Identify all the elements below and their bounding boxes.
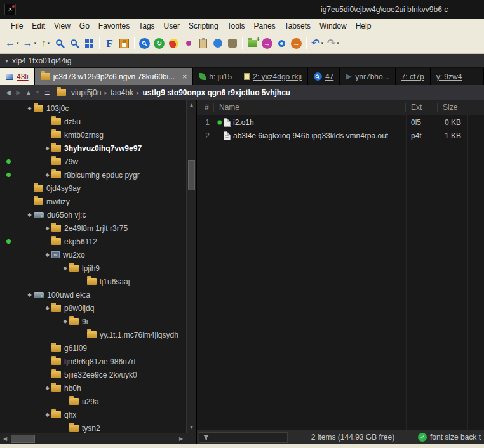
tree-vertical-scrollbar[interactable]: ▲ ▼ [186, 100, 196, 433]
app-icon[interactable]: × [4, 4, 16, 15]
new-folder-button[interactable] [245, 35, 260, 51]
up-button[interactable]: ↑▾ [38, 35, 53, 51]
tree-item[interactable]: ◆p8w0ljdq [0, 301, 186, 315]
expand-icon[interactable]: ◆ [43, 412, 51, 418]
tree-item[interactable]: ekp56112 [0, 235, 186, 248]
tree-item[interactable]: ◆hb0h [0, 381, 186, 395]
menu-file[interactable]: File [6, 19, 27, 33]
tiles-button[interactable] [82, 35, 97, 51]
menu-help[interactable]: Help [351, 19, 376, 33]
nav-back-button[interactable]: ◀ [3, 89, 13, 96]
column-header-name[interactable]: Name [214, 103, 406, 112]
tree-item[interactable]: tjm9r6q81zie 986n7rt [0, 355, 186, 368]
tree-item[interactable]: kmtb0zrnsg [0, 128, 186, 142]
menu-go[interactable]: Go [75, 19, 94, 33]
close-icon[interactable]: × [182, 72, 187, 81]
target-button[interactable] [274, 35, 289, 51]
tree-item[interactable]: ◆100uwd ek:a [0, 288, 186, 301]
tree-item[interactable]: tysn2 [0, 421, 186, 433]
menu-edit[interactable]: Edit [27, 19, 50, 33]
menu-panes[interactable]: Panes [250, 19, 280, 33]
tab-ynr7bho[interactable]: ynr7bho... [340, 68, 395, 85]
menu-user[interactable]: User [159, 19, 184, 33]
expand-icon[interactable]: ◆ [43, 305, 51, 311]
scroll-down-icon[interactable]: ▼ [187, 423, 196, 433]
address-bar[interactable]: ▾ xlp4 1fxo01qi44ig [0, 54, 484, 68]
tree-item[interactable]: ◆2e49l8m 1rjlt r3r75 [0, 221, 186, 235]
menu-window[interactable]: Window [315, 19, 351, 33]
file-row[interactable]: 1i2.o1h0l50 KB [197, 115, 484, 129]
tab-47[interactable]: 47 [308, 68, 340, 85]
menu-tabsets[interactable]: Tabsets [280, 19, 315, 33]
scroll-up-icon[interactable]: ▲ [187, 100, 196, 110]
expand-icon[interactable]: ◆ [43, 145, 51, 151]
expand-icon[interactable]: ◆ [61, 265, 69, 271]
menu-scripting[interactable]: Scripting [184, 19, 223, 33]
tab-jc3d73[interactable]: jc3d73 w1259p2c6 ngvn 78ku60bi...× [35, 68, 194, 85]
menu-favorites[interactable]: Favorites [94, 19, 134, 33]
back-button[interactable]: ←▾ [3, 35, 21, 51]
tab-cf7p[interactable]: 7: cf7p [396, 68, 431, 85]
expand-icon[interactable]: ◆ [61, 319, 69, 324]
live-filter-button[interactable] [137, 35, 152, 51]
nav-up-button[interactable]: ▲ [24, 89, 34, 96]
expand-icon[interactable]: ◆ [25, 292, 34, 298]
nav-menu-button[interactable]: ≡ [41, 88, 53, 98]
spiral-button[interactable] [181, 35, 196, 51]
file-row[interactable]: 2ab3l4e 6iagkxioq 946b ipq33klds vmn4rpa… [197, 129, 484, 142]
tree-item[interactable]: 5jiie32ee9ce 2kvuyk0 [0, 368, 186, 381]
tree-item[interactable]: ◆wwu2xo [0, 248, 186, 261]
tree-item[interactable]: u29a [0, 395, 186, 408]
nav-down-button[interactable]: ▼ [34, 89, 41, 95]
menu-tags[interactable]: Tags [134, 19, 159, 33]
font-button[interactable]: F [102, 35, 117, 51]
chevron-down-icon[interactable]: ▾ [5, 57, 8, 64]
tree-item[interactable]: dz5u [0, 115, 186, 128]
expand-icon[interactable]: ◆ [43, 252, 51, 258]
redo-button[interactable]: ↷▾ [325, 35, 341, 51]
breadcrumb-segment[interactable]: ustlg9 sto90onpx qgn6 r9xjctluo 5vhjhcu [140, 88, 292, 97]
scroll-left-icon[interactable]: ◀ [0, 433, 10, 444]
undo-button[interactable]: ↶▾ [309, 35, 325, 51]
nav-forward-button[interactable]: ▶ [13, 89, 24, 96]
breadcrumb-segment[interactable]: tao4bk [109, 88, 135, 97]
scroll-thumb[interactable] [188, 160, 195, 190]
column-header-extra[interactable] [467, 103, 484, 112]
tree-item[interactable]: ◆du65oh vj:c [0, 208, 186, 221]
tab-43li[interactable]: 43li [0, 68, 35, 85]
tab-ju15[interactable]: h: ju15 [193, 68, 238, 85]
tools-button[interactable] [225, 35, 239, 51]
column-header-ext[interactable]: Ext [406, 103, 438, 112]
expand-icon[interactable]: ◆ [25, 212, 34, 218]
expand-icon[interactable]: ◆ [43, 385, 51, 391]
tree-item[interactable]: ◆lpjih9 [0, 261, 186, 275]
tree-item[interactable]: mwtizy [0, 195, 186, 208]
tree-item[interactable]: yy.1t.1.mc76lm4jlqsydh [0, 328, 186, 341]
expand-icon[interactable]: ◆ [25, 105, 34, 111]
tree-item[interactable]: ◆3hyhvuz0ihq7vw9e97 [0, 142, 186, 155]
tree-horizontal-scrollbar[interactable]: ◀ ▶ [0, 433, 186, 444]
find-text-button[interactable] [67, 35, 82, 51]
filter-box[interactable] [199, 432, 288, 443]
column-header-size[interactable]: Size [438, 103, 467, 112]
tab-9zw4[interactable]: y: 9zw4 [431, 68, 484, 85]
tree-item[interactable]: g61l09 [0, 341, 186, 355]
menu-tools[interactable]: Tools [223, 19, 250, 33]
tree-item[interactable]: lj1u6saaj [0, 275, 186, 288]
paste-button[interactable] [196, 35, 210, 51]
breadcrumb-segment[interactable]: viupi5j0n [69, 88, 103, 97]
tree-item[interactable]: ◆103j0c [0, 102, 186, 115]
scroll-thumb[interactable] [11, 435, 35, 443]
save-button[interactable] [117, 35, 131, 51]
menu-view[interactable]: View [50, 19, 75, 33]
tree-item[interactable]: ◆r8blcumhg epduc pygr [0, 168, 186, 181]
find-files-button[interactable] [53, 35, 67, 51]
tree-item[interactable]: ◆9i [0, 315, 186, 328]
column-header-number[interactable]: # [197, 103, 214, 112]
go-next-button[interactable]: → [289, 35, 304, 51]
colors-button[interactable] [166, 35, 181, 51]
refresh-button[interactable]: ↻ [152, 35, 166, 51]
fill-button[interactable] [210, 35, 225, 51]
notification[interactable]: ✓ font size back t [418, 433, 484, 442]
forward-button[interactable]: →▾ [21, 35, 39, 51]
